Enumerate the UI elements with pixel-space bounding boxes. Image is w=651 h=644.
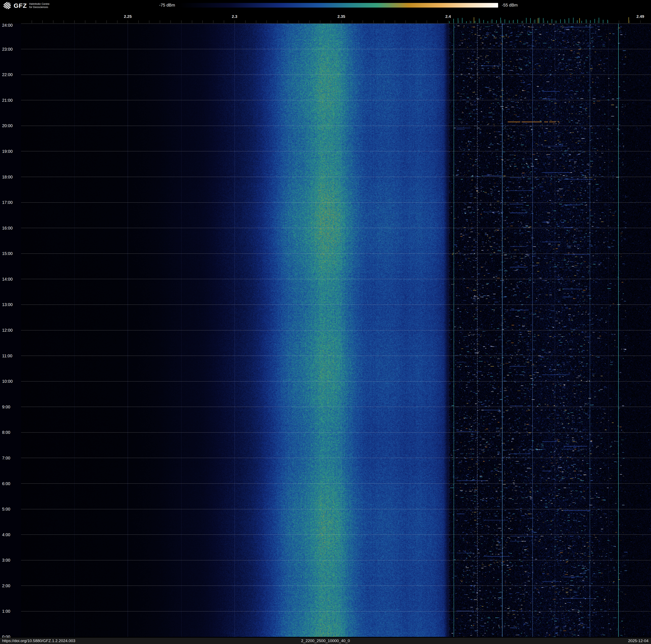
freq-tick [586, 19, 586, 23]
time-axis-label: 12:00 [2, 328, 12, 333]
freq-tick [552, 19, 552, 23]
freq-tick [530, 18, 531, 23]
freq-tick [564, 19, 565, 23]
freq-tick [501, 20, 502, 23]
time-axis-label: 19:00 [2, 149, 12, 154]
freq-tick [496, 20, 497, 23]
freq-tick [587, 20, 587, 23]
frequency-axis: 2.252.32.352.42.49 [0, 12, 651, 24]
freq-tick [505, 19, 505, 23]
freq-tick [32, 20, 32, 23]
hour-gridline [21, 49, 651, 49]
freq-gridline [288, 24, 288, 637]
freq-tick [543, 18, 544, 23]
date-label: 2025-12-04 [628, 639, 649, 643]
freq-tick [235, 20, 235, 23]
freq-tick [437, 20, 438, 23]
freq-tick [599, 18, 599, 23]
hour-gridline [21, 202, 651, 203]
freq-tick [427, 20, 427, 23]
freq-tick [628, 17, 629, 23]
colorbar-gradient [179, 3, 498, 7]
freq-tick [384, 20, 384, 23]
time-axis-label: 24:00 [2, 23, 12, 28]
freq-tick [309, 20, 310, 23]
time-axis-label: 5:00 [2, 507, 10, 511]
time-axis: 24:0023:0022:0021:0020:0019:0018:0017:00… [0, 0, 21, 644]
channel-activity-line [477, 24, 477, 637]
freq-tick [462, 18, 462, 23]
time-axis-label: 2:00 [2, 583, 10, 588]
freq-tick [458, 18, 458, 23]
time-axis-label: 8:00 [2, 430, 10, 435]
header: GFZ Helmholtz Centre for Geosciences -75… [0, 0, 651, 12]
freq-tick [590, 20, 591, 23]
freq-tick [475, 21, 475, 23]
freq-tick [629, 20, 630, 23]
freq-tick [448, 20, 448, 23]
freq-tick [160, 20, 160, 23]
hour-gridline [21, 432, 651, 433]
time-axis-label: 4:00 [2, 532, 10, 537]
time-axis-label: 11:00 [2, 354, 12, 358]
doi-text: https://doi.org/10.5880/GFZ.1.2.2024.003 [2, 639, 75, 643]
freq-axis-label: 2.3 [232, 14, 237, 19]
freq-gridline [128, 24, 128, 637]
freq-tick [224, 20, 224, 23]
time-axis-label: 21:00 [2, 98, 12, 103]
time-axis-label: 1:00 [2, 609, 10, 614]
freq-tick [594, 19, 595, 23]
freq-tick [42, 20, 43, 23]
dataset-id: 2_2200_2500_10000_40_0 [301, 639, 350, 643]
time-axis-label: 6:00 [2, 481, 10, 486]
freq-tick [299, 20, 299, 23]
freq-tick [548, 21, 548, 23]
brand-subtitle: Helmholtz Centre for Geosciences [29, 2, 50, 9]
time-axis-label: 23:00 [2, 47, 12, 52]
hour-gridline [21, 75, 651, 75]
freq-tick [363, 20, 363, 23]
brand-subtitle-line1: Helmholtz Centre [29, 2, 50, 5]
time-axis-label: 22:00 [2, 72, 12, 77]
freq-tick [454, 19, 454, 23]
freq-tick [149, 20, 149, 23]
freq-tick [579, 18, 580, 23]
hour-gridline [21, 560, 651, 560]
freq-tick [245, 20, 246, 23]
freq-tick [526, 18, 526, 23]
freq-tick [106, 20, 107, 23]
time-axis-label: 7:00 [2, 456, 10, 461]
freq-tick [491, 20, 491, 23]
freq-tick [569, 18, 569, 23]
hour-gridline [21, 407, 651, 407]
time-axis-label: 3:00 [2, 558, 10, 563]
freq-tick [474, 17, 474, 23]
time-axis-label: 18:00 [2, 175, 12, 179]
freq-axis-label: 2.35 [338, 14, 345, 19]
freq-tick [522, 21, 522, 23]
freq-gridline [235, 24, 235, 637]
time-axis-label: 17:00 [2, 200, 12, 205]
freq-axis-label: 2.25 [124, 14, 132, 19]
hour-gridline [21, 330, 651, 330]
freq-tick [539, 18, 539, 23]
freq-tick [513, 20, 514, 23]
colorbar-min-label: -75 dBm [159, 3, 175, 7]
freq-tick [492, 19, 492, 23]
freq-tick [449, 21, 450, 23]
freq-tick [373, 20, 374, 23]
hour-gridline [21, 534, 651, 535]
freq-tick [608, 20, 609, 23]
freq-tick [479, 19, 479, 23]
channel-activity-line [532, 24, 533, 637]
time-axis-label: 16:00 [2, 226, 12, 231]
freq-tick [560, 19, 561, 23]
channel-activity-line [502, 24, 502, 637]
freq-tick [576, 20, 577, 23]
freq-tick [573, 18, 574, 23]
freq-tick [544, 20, 545, 23]
time-axis-label: 20:00 [2, 123, 12, 128]
hour-gridline [21, 151, 651, 151]
time-axis-label: 10:00 [2, 379, 12, 384]
colorbar: -75 dBm -55 dBm [159, 3, 518, 7]
